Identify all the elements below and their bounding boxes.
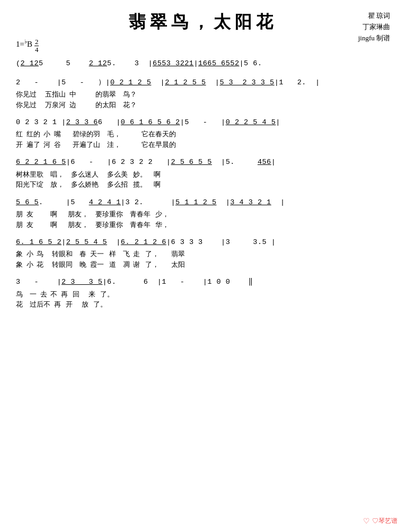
s3-lyrics1: 红 红的 小 嘴 碧绿的羽 毛， 它在春天的 bbox=[16, 129, 390, 139]
intro-notation: (2 125 5 2 125. 3 |6553 3221|1665 6552|5… bbox=[16, 57, 390, 70]
watermark: ♡ ♡琴艺谱 bbox=[363, 517, 398, 526]
s5-lyrics2: 朋 友 啊 朋友， 要珍重你 青春年 华， bbox=[16, 220, 390, 230]
s4-lyrics1: 树林里歌 唱， 多么迷人 多么美 妙。 啊 bbox=[16, 169, 390, 180]
section7: 3 - |2 3 3 5|6. 6 |1 - |1 0 0 ‖ 鸟 一 去 不 … bbox=[16, 276, 390, 309]
heart-icon: ♡ bbox=[363, 517, 370, 526]
s7-notation: 3 - |2 3 3 5|6. 6 |1 - |1 0 0 ‖ bbox=[16, 276, 390, 289]
section4: 6 2 2 1 6 5|6 - |6 2 3 2 2 |2 5 6 5 5 |5… bbox=[16, 156, 390, 189]
s5-lyrics1: 朋 友 啊 朋友， 要珍重你 青春年 少， bbox=[16, 209, 390, 220]
time-denominator: 4 bbox=[34, 46, 39, 54]
s2-lyrics2: 你见过 万泉河 边 的太阳 花？ bbox=[16, 100, 390, 110]
composer: 丁家琳曲 bbox=[358, 22, 390, 33]
page: 瞿 琼词 丁家琳曲 jingfu 制谱 翡翠鸟，太阳花 1=♭B 2 4 (2 … bbox=[0, 0, 406, 532]
section5: 5 6 5. |5 4 2 4 1|3 2. |5 1 1 2 5 |3 4 3… bbox=[16, 196, 390, 230]
s3-notation: 0 2 3 2 1 |2 3 3 66 |0 6 1 6 5 6 2|5 - |… bbox=[16, 116, 390, 129]
s6-lyrics1: 象 小 鸟 转眼和 春 天一 样 飞 走 了， 翡翠 bbox=[16, 249, 390, 259]
section6: 6. 1 6 5 2|2 5 5 4 5 |6. 2 1 2 6|6 3 3 3… bbox=[16, 236, 390, 269]
watermark-text: ♡琴艺谱 bbox=[372, 517, 398, 526]
key-label: 1=♭B bbox=[16, 38, 32, 49]
intro-section: (2 125 5 2 125. 3 |6553 3221|1665 6552|5… bbox=[16, 57, 390, 70]
time-signature: 2 4 bbox=[34, 38, 39, 54]
time-numerator: 2 bbox=[34, 38, 39, 46]
key-time: 1=♭B 2 4 bbox=[16, 38, 390, 54]
s5-notation: 5 6 5. |5 4 2 4 1|3 2. |5 1 1 2 5 |3 4 3… bbox=[16, 196, 390, 209]
s4-lyrics2: 阳光下绽 放， 多么娇艳 多么招 揽。 啊 bbox=[16, 179, 390, 190]
song-title: 翡翠鸟，太阳花 bbox=[16, 11, 390, 34]
lyricist: 瞿 琼词 bbox=[358, 11, 390, 22]
s6-lyrics2: 象 小 花 转眼同 晚 霞一 道 凋 谢 了， 太阳 bbox=[16, 259, 390, 270]
s7-lyrics1: 鸟 一 去 不 再 回 来 了。 bbox=[16, 289, 390, 300]
s7-lyrics2: 花 过后不 再 开 放 了。 bbox=[16, 299, 390, 310]
section3: 0 2 3 2 1 |2 3 3 66 |0 6 1 6 5 6 2|5 - |… bbox=[16, 116, 390, 150]
title-section: 翡翠鸟，太阳花 bbox=[16, 11, 390, 34]
s6-notation: 6. 1 6 5 2|2 5 5 4 5 |6. 2 1 2 6|6 3 3 3… bbox=[16, 236, 390, 249]
section2: 2 - |5 - ）|0 2 1 2 5 |2 1 2 5 5 |5 3 2 3… bbox=[16, 76, 390, 110]
arranger: jingfu 制谱 bbox=[358, 33, 390, 44]
s3-lyrics2: 开 遍了 河 谷 开遍了山 洼， 它在早晨的 bbox=[16, 139, 390, 150]
credits: 瞿 琼词 丁家琳曲 jingfu 制谱 bbox=[358, 11, 390, 43]
s4-notation: 6 2 2 1 6 5|6 - |6 2 3 2 2 |2 5 6 5 5 |5… bbox=[16, 156, 390, 169]
s2-lyrics1: 你见过 五指山 中 的翡翠 鸟？ bbox=[16, 89, 390, 100]
s2-notation: 2 - |5 - ）|0 2 1 2 5 |2 1 2 5 5 |5 3 2 3… bbox=[16, 76, 390, 89]
